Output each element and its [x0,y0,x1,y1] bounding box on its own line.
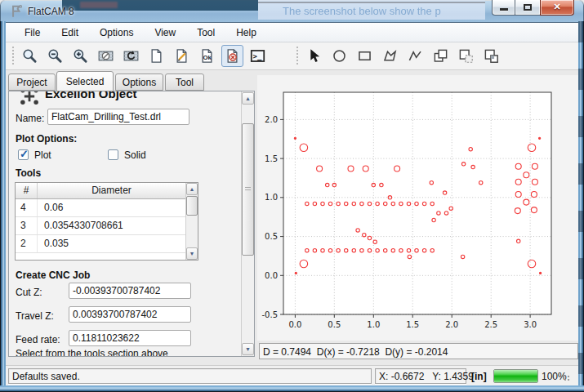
delete-document-button[interactable] [221,45,243,67]
window-controls: ✕ [492,0,574,16]
zoom-in-icon [73,48,88,64]
edit-document-icon [174,48,189,64]
panel-scrollbar[interactable]: ▲ ▼ [241,91,254,356]
menu-file[interactable]: File [14,24,51,41]
table-row[interactable]: 30.0354330708661 [16,217,185,235]
draw-toolbar-group [303,45,506,67]
ok-document-icon: Ok [199,48,215,64]
tool-diameter-cell: 0.06 [38,199,185,216]
toolbar: Ok>_ [6,42,578,70]
polygon-button[interactable] [379,45,401,67]
flatcam-window: The screenshot below show the p FlatCAM … [0,0,584,392]
panel-heading: Excellon Object [45,91,137,100]
zoom-fit-button[interactable] [19,45,41,67]
close-icon: ✕ [541,2,573,12]
table-row[interactable]: 40.06 [16,199,185,217]
toolbar-drag-handle[interactable] [295,47,299,66]
x-tick-label: 3.0 [524,320,537,329]
flatcam-logo-icon [9,4,24,19]
maximize-button[interactable] [515,0,540,16]
tab-tool[interactable]: Tool [165,74,204,91]
tool-diameter-cell: 0.0354330708661 [38,217,185,234]
scroll-down-icon[interactable]: ▼ [242,343,254,355]
menu-help[interactable]: Help [225,24,267,41]
feedrate-label: Feed rate: [16,334,60,345]
svg-text:Ok: Ok [203,54,212,61]
path-icon [408,48,423,64]
tools-table: # Diameter 40.0630.035433070866120.035 ▲… [15,182,198,261]
solid-checkbox[interactable] [108,149,118,160]
subtract-button[interactable] [455,45,477,67]
plot-canvas[interactable]: 0.00.51.01.52.02.53.0-0.50.00.51.01.52.0 [257,75,578,341]
plot-checkbox[interactable]: ✓ [18,149,29,160]
edit-document-button[interactable] [171,45,193,67]
table-row[interactable]: 20.035 [16,235,185,253]
intersect-button[interactable] [480,45,502,67]
scroll-up-icon[interactable]: ▲ [186,183,198,195]
column-header-diameter[interactable]: Diameter [38,183,185,198]
table-scrollbar-thumb[interactable] [186,196,198,216]
panel-scrollbar-thumb[interactable] [242,123,254,256]
zoom-in-button[interactable] [69,45,91,67]
delete-document-icon [225,48,240,64]
measurement-readout: D = 0.7494 D(x) = -0.7218 D(y) = -0.2014 [259,343,578,359]
new-document-button[interactable] [145,45,167,67]
toolbar-drag-handle[interactable] [11,47,15,66]
subtract-icon [458,48,474,64]
travelz-input[interactable] [69,306,191,323]
scroll-up-icon[interactable]: ▲ [242,92,254,105]
titlebar[interactable]: The screenshot below show the p FlatCAM … [0,0,584,23]
replot-icon [123,48,139,64]
background-bleed-smudge [80,2,118,8]
window-frame-bleed [578,21,584,387]
menu-view[interactable]: View [144,24,186,41]
tab-project[interactable]: Project [8,74,56,91]
column-header-number[interactable]: # [16,183,38,198]
tools-table-body: 40.0630.035433070866120.035 [16,199,185,260]
scroll-down-icon[interactable]: ▼ [186,247,198,260]
name-label: Name: [16,113,44,124]
tab-selected[interactable]: Selected [56,71,114,91]
circle-icon [332,48,347,64]
axes-background [283,92,551,314]
tools-table-header: # Diameter [16,183,185,199]
clear-plot-button[interactable] [95,45,117,67]
progress-percent: 100% [542,371,567,382]
menu-tool[interactable]: Tool [186,24,225,41]
table-scrollbar[interactable]: ▲ ▼ [185,183,198,260]
window-frame-bottom [0,385,584,392]
circle-button[interactable] [328,45,350,67]
rectangle-button[interactable] [354,45,376,67]
pointer-icon [306,48,322,64]
plot-toolbar-group: Ok>_ [19,45,272,67]
cnc-section-label: Create CNC Job [16,270,90,281]
x-tick-label: 2.5 [484,320,497,329]
progress-fill [494,370,537,382]
ok-document-button[interactable]: Ok [196,45,218,67]
zoom-out-button[interactable] [44,45,66,67]
path-button[interactable] [404,45,426,67]
cutz-input[interactable] [69,283,191,299]
minimize-button[interactable] [492,0,515,16]
menu-options[interactable]: Options [89,24,144,41]
name-input[interactable] [47,109,189,125]
union-button[interactable] [430,45,452,67]
zoom-fit-icon [22,48,38,64]
excellon-object-icon [19,91,40,107]
background-bleed-text: The screenshot below show the p [283,5,441,17]
shell-button[interactable]: >_ [247,45,269,67]
y-tick-label: -0.5 [261,310,278,319]
menu-edit[interactable]: Edit [51,24,89,41]
pointer-button[interactable] [303,45,325,67]
replot-button[interactable] [120,45,142,67]
tab-options[interactable]: Options [115,74,163,91]
close-button[interactable]: ✕ [540,0,574,16]
x-tick-label: 0.5 [328,320,341,329]
maximize-icon [524,4,532,11]
feedrate-input[interactable] [69,330,191,346]
statusbar: Defaults saved. X: -0.6672 Y: 1.4359 [in… [6,365,578,385]
plot-figure[interactable]: 0.00.51.01.52.02.53.0-0.50.00.51.01.52.0 [257,75,578,341]
tool-number-cell: 2 [16,235,38,252]
window-title: FlatCAM 8 [28,6,74,17]
tools-label: Tools [16,167,41,179]
